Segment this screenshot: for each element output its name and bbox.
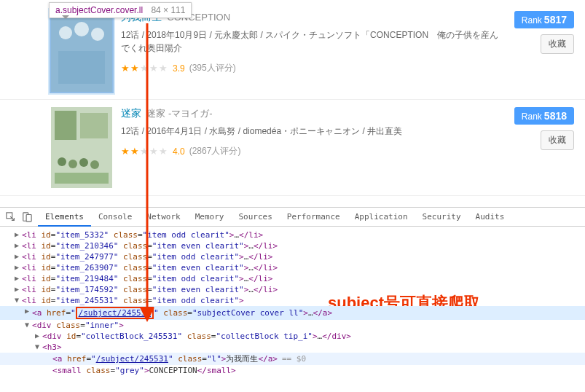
rating-count: (395人评分) [189, 62, 236, 74]
svg-rect-14 [55, 173, 109, 184]
svg-rect-9 [80, 113, 108, 138]
svg-rect-17 [26, 214, 31, 222]
devtools-tab-network[interactable]: Network [139, 208, 187, 227]
tooltip-dimensions: 84 × 111 [151, 5, 185, 15]
svg-point-4 [74, 22, 89, 36]
devtools-tab-audits[interactable]: Audits [468, 208, 512, 227]
rating-score: 3.9 [173, 63, 185, 74]
svg-point-3 [59, 26, 72, 39]
list-item: 迷家 迷家 -マヨイガ- 12话 / 2016年4月1日 / 水島努 / dio… [0, 100, 585, 196]
inspect-icon[interactable] [6, 212, 16, 222]
disclosure-triangle-icon[interactable]: ▶ [13, 230, 20, 238]
collect-button[interactable]: 收藏 [541, 34, 574, 54]
rating-score: 4.0 [173, 146, 185, 157]
svg-point-10 [58, 157, 66, 166]
collect-button[interactable]: 收藏 [541, 130, 574, 150]
dom-tree-line[interactable]: ▶<li id="item_210346" class="item even c… [0, 240, 585, 251]
disclosure-triangle-icon[interactable]: ▶ [23, 307, 31, 315]
svg-rect-6 [58, 51, 105, 84]
tooltip-selector: a.subjectCover.cover.ll [55, 5, 143, 15]
svg-rect-8 [55, 111, 76, 140]
dom-tree-line[interactable]: ▶<a href="/subject/245531" class="subjec… [0, 306, 585, 320]
devtools-tabs: ElementsConsoleNetworkMemorySourcesPerfo… [0, 208, 585, 227]
devtools-tab-elements[interactable]: Elements [38, 208, 91, 227]
devtools-tab-security[interactable]: Security [415, 208, 468, 227]
dom-tree-line[interactable]: ▶<div id="collectBlock_245531" class="co… [0, 331, 585, 342]
rank-badge: Rank5817 [514, 11, 574, 28]
disclosure-triangle-icon[interactable]: ▶ [13, 241, 20, 249]
disclosure-triangle-icon[interactable]: ▶ [34, 332, 41, 340]
disclosure-triangle-icon[interactable]: ▼ [34, 342, 41, 350]
title-sub: 迷家 -マヨイガ- [146, 108, 212, 119]
tooltip-arrow-icon [62, 15, 69, 19]
devtools-tab-console[interactable]: Console [91, 208, 139, 227]
svg-point-12 [79, 158, 88, 167]
devtools-panel: ElementsConsoleNetworkMemorySourcesPerfo… [0, 207, 585, 379]
item-meta: 12话 / 2016年4月1日 / 水島努 / diomedéa・ポニーキャニオ… [121, 125, 507, 138]
dom-tree-line[interactable]: ▼<li id="item_245531" class="item odd cl… [0, 295, 585, 306]
dom-tree-line[interactable]: ▼<div class="inner"> [0, 320, 585, 331]
dom-tree-line[interactable]: ▶<li id="item_263907" class="item even c… [0, 262, 585, 273]
subject-cover[interactable] [51, 11, 112, 92]
rank-badge: Rank5818 [514, 107, 574, 125]
devtools-tab-sources[interactable]: Sources [231, 208, 279, 227]
dom-tree-line[interactable]: ▶<li id="item_5332" class="item odd clea… [0, 230, 585, 240]
dom-tree-line[interactable]: ▼<h3> [0, 342, 585, 353]
title-main: 迷家 [121, 107, 141, 119]
dom-tree-line[interactable]: ▶<li id="item_247977" class="item odd cl… [0, 251, 585, 262]
device-icon[interactable] [22, 212, 32, 222]
disclosure-triangle-icon[interactable]: ▶ [13, 263, 20, 271]
highlighted-href: /subject/245531 [76, 307, 154, 319]
disclosure-triangle-icon[interactable]: ▼ [13, 296, 20, 304]
svg-point-5 [91, 28, 104, 41]
inspector-tooltip: a.subjectCover.cover.ll 84 × 111 [49, 2, 192, 18]
item-title[interactable]: 迷家 迷家 -マヨイガ- [121, 107, 507, 120]
devtools-tab-application[interactable]: Application [348, 208, 415, 227]
dom-tree-line[interactable]: <small class="grey">CONCEPTION</small> [0, 365, 585, 376]
dom-tree-line[interactable]: <a href="/subject/245531" class="l">为我而生… [0, 353, 585, 365]
star-rating-icon: ★★★★★ [121, 146, 168, 157]
disclosure-triangle-icon[interactable]: ▼ [23, 321, 31, 329]
item-meta: 12话 / 2018年10月9日 / 元永慶太郎 / スパイク・チュンソフト「C… [121, 28, 507, 55]
dom-tree-line[interactable]: ▶<li id="item_219484" class="item odd cl… [0, 273, 585, 284]
svg-point-11 [68, 160, 77, 168]
disclosure-triangle-icon[interactable]: ▶ [13, 274, 20, 282]
subject-cover[interactable] [51, 107, 112, 188]
svg-point-13 [90, 160, 99, 169]
star-rating-icon: ★★★★★ [121, 63, 168, 74]
devtools-tab-memory[interactable]: Memory [188, 208, 232, 227]
disclosure-triangle-icon[interactable]: ▶ [13, 285, 20, 293]
devtools-tab-performance[interactable]: Performance [280, 208, 348, 227]
rating-count: (2867人评分) [189, 145, 241, 157]
disclosure-triangle-icon[interactable]: ▶ [13, 252, 20, 260]
dom-tree-line[interactable]: ▶<li id="item_174592" class="item even c… [0, 284, 585, 295]
